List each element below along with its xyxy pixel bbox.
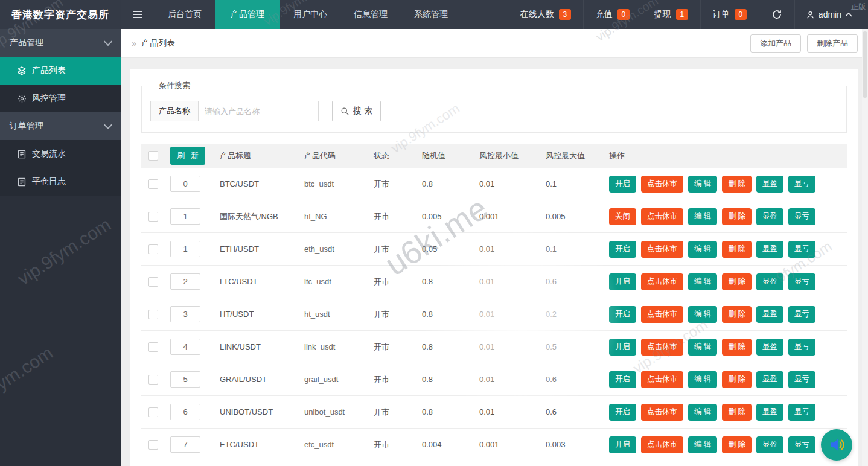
nav-item-5[interactable]: 系统管理 <box>401 0 461 29</box>
pause-market-button[interactable]: 点击休市 <box>641 339 683 356</box>
row-checkbox[interactable] <box>148 342 158 352</box>
show-loss-button[interactable]: 显亏 <box>788 306 815 323</box>
nav-item-3[interactable]: 用户中心 <box>280 0 340 29</box>
open-button[interactable]: 开启 <box>609 273 636 290</box>
scrollbar[interactable] <box>862 29 868 466</box>
edit-button[interactable]: 编 辑 <box>688 241 717 258</box>
show-profit-button[interactable]: 显盈 <box>756 241 783 258</box>
delete-button[interactable]: 删 除 <box>722 371 751 388</box>
show-loss-button[interactable]: 显亏 <box>788 273 815 290</box>
pause-market-button[interactable]: 点击休市 <box>641 371 683 388</box>
sort-input[interactable]: 6 <box>170 404 200 420</box>
sort-cell: 1 <box>170 208 220 225</box>
open-button[interactable]: 开启 <box>609 371 636 388</box>
delete-button[interactable]: 删 除 <box>722 339 751 356</box>
edit-button[interactable]: 编 辑 <box>688 273 717 290</box>
show-loss-button[interactable]: 显亏 <box>788 436 815 453</box>
nav-item-1[interactable]: 后台首页 <box>155 0 215 29</box>
edit-button[interactable]: 编 辑 <box>688 404 717 421</box>
delete-button[interactable]: 删 除 <box>722 273 751 290</box>
sort-input[interactable]: 5 <box>170 371 200 388</box>
nav-counter-1[interactable]: 在线人数3 <box>508 0 583 29</box>
row-checkbox[interactable] <box>148 440 158 450</box>
delete-button[interactable]: 删 除 <box>722 208 751 225</box>
product-name-input[interactable] <box>198 101 319 121</box>
open-button[interactable]: 开启 <box>609 436 636 453</box>
sort-input[interactable]: 1 <box>170 241 200 257</box>
close-button[interactable]: 关闭 <box>609 208 636 225</box>
row-checkbox[interactable] <box>148 375 158 385</box>
show-loss-button[interactable]: 显亏 <box>788 371 815 388</box>
nav-counter-4[interactable]: 订单0 <box>700 0 759 29</box>
show-profit-button[interactable]: 显盈 <box>756 273 783 290</box>
hamburger-icon[interactable] <box>121 0 155 29</box>
open-button[interactable]: 开启 <box>609 339 636 356</box>
sidebar-item-3[interactable]: 风控管理 <box>0 85 121 112</box>
sort-input[interactable]: 2 <box>170 273 200 290</box>
sort-input[interactable]: 0 <box>170 176 200 192</box>
sidebar-item-1[interactable]: 产品管理 <box>0 29 121 57</box>
nav-counter-3[interactable]: 提现1 <box>642 0 700 29</box>
edit-button[interactable]: 编 辑 <box>688 339 717 356</box>
nav-counter-2[interactable]: 充值0 <box>583 0 642 29</box>
sort-input[interactable]: 4 <box>170 339 200 355</box>
sort-input[interactable]: 3 <box>170 306 200 322</box>
sidebar-item-6[interactable]: 平仓日志 <box>0 168 121 196</box>
edit-button[interactable]: 编 辑 <box>688 371 717 388</box>
show-profit-button[interactable]: 显盈 <box>756 339 783 356</box>
pause-market-button[interactable]: 点击休市 <box>641 273 683 290</box>
open-button[interactable]: 开启 <box>609 241 636 258</box>
open-button[interactable]: 开启 <box>609 176 636 193</box>
open-button[interactable]: 开启 <box>609 306 636 323</box>
pause-market-button[interactable]: 点击休市 <box>641 404 683 421</box>
show-loss-button[interactable]: 显亏 <box>788 404 815 421</box>
delete-button[interactable]: 删 除 <box>722 404 751 421</box>
edit-button[interactable]: 编 辑 <box>688 306 717 323</box>
edit-button[interactable]: 编 辑 <box>688 208 717 225</box>
open-button[interactable]: 开启 <box>609 404 636 421</box>
row-checkbox[interactable] <box>148 310 158 319</box>
refresh-icon[interactable] <box>759 0 794 29</box>
show-profit-button[interactable]: 显盈 <box>756 404 783 421</box>
show-loss-button[interactable]: 显亏 <box>788 208 815 225</box>
search-button[interactable]: 搜 索 <box>332 101 381 121</box>
row-checkbox[interactable] <box>148 179 158 189</box>
delete-button[interactable]: 删 除 <box>722 241 751 258</box>
pause-market-button[interactable]: 点击休市 <box>641 436 683 453</box>
row-checkbox[interactable] <box>148 277 158 287</box>
show-profit-button[interactable]: 显盈 <box>756 306 783 323</box>
edit-button[interactable]: 编 辑 <box>688 176 717 193</box>
pause-market-button[interactable]: 点击休市 <box>641 241 683 258</box>
sort-input[interactable]: 7 <box>170 436 200 453</box>
pause-market-button[interactable]: 点击休市 <box>641 208 683 225</box>
pause-market-button[interactable]: 点击休市 <box>641 176 683 193</box>
add-product-button[interactable]: 添加产品 <box>750 34 801 53</box>
delete-product-button[interactable]: 删除产品 <box>807 34 858 53</box>
delete-button[interactable]: 删 除 <box>722 306 751 323</box>
show-profit-button[interactable]: 显盈 <box>756 371 783 388</box>
audio-fab-button[interactable] <box>821 429 852 461</box>
row-checkbox[interactable] <box>148 244 158 254</box>
pause-market-button[interactable]: 点击休市 <box>641 306 683 323</box>
show-profit-button[interactable]: 显盈 <box>756 176 783 193</box>
nav-item-4[interactable]: 信息管理 <box>340 0 401 29</box>
scrollbar-thumb[interactable] <box>863 31 867 98</box>
show-profit-button[interactable]: 显盈 <box>756 436 783 453</box>
nav-item-2[interactable]: 产品管理 <box>215 0 280 29</box>
row-checkbox[interactable] <box>148 212 158 222</box>
edit-button[interactable]: 编 辑 <box>688 436 717 453</box>
sort-input[interactable]: 1 <box>170 208 200 225</box>
show-loss-button[interactable]: 显亏 <box>788 241 815 258</box>
user-menu[interactable]: admin <box>794 0 868 29</box>
sidebar-item-4[interactable]: 订单管理 <box>0 112 121 140</box>
show-loss-button[interactable]: 显亏 <box>788 339 815 356</box>
sidebar-item-2[interactable]: 产品列表 <box>0 57 121 85</box>
table-refresh-button[interactable]: 刷 新 <box>170 147 205 165</box>
show-profit-button[interactable]: 显盈 <box>756 208 783 225</box>
select-all-checkbox[interactable] <box>148 151 158 161</box>
sidebar-item-5[interactable]: 交易流水 <box>0 140 121 168</box>
delete-button[interactable]: 删 除 <box>722 436 751 453</box>
row-checkbox[interactable] <box>148 407 158 417</box>
delete-button[interactable]: 删 除 <box>722 176 751 193</box>
show-loss-button[interactable]: 显亏 <box>788 176 815 193</box>
